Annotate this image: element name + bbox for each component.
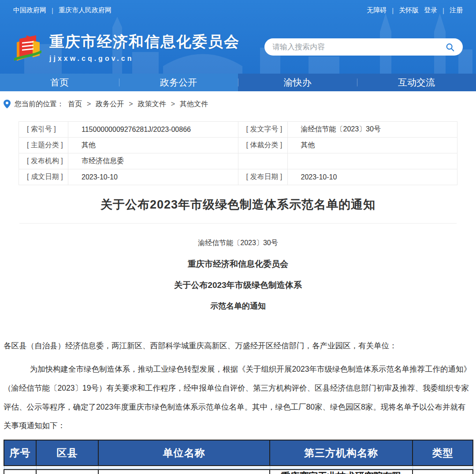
cell-type: 绿色工厂 <box>413 470 473 474</box>
meta-value-doc-no: 渝经信节能〔2023〕30号 <box>287 122 457 138</box>
link-login[interactable]: 登录 <box>424 6 437 15</box>
site-name: 重庆市经济和信息化委员会 <box>49 32 240 52</box>
table-header-row: 序号 区县 单位名称 第三方机构名称 类型 <box>4 440 473 466</box>
nav-tab-government-affairs[interactable]: 政务公开 <box>119 74 238 91</box>
col-header-type: 类型 <box>413 440 473 466</box>
topbar-right-links: 无障碍 | 关怀版 登录 | 注册 <box>367 6 463 15</box>
topbar-left-links: 中国政府网 | 重庆市人民政府网 <box>13 6 112 15</box>
meta-row: [ 发布机构 ] 市经济信息委 <box>19 153 457 169</box>
table-spacer-row <box>4 466 473 470</box>
breadcrumb-government-affairs[interactable]: 政务公开 <box>96 100 124 109</box>
doc-subtitle-line-2: 示范名单的通知 <box>0 301 476 311</box>
col-header-unit-name: 单位名称 <box>98 440 270 466</box>
link-register[interactable]: 注册 <box>450 6 463 15</box>
topbar-separator: | <box>392 7 394 14</box>
cell-serial: 41 <box>4 470 36 474</box>
nav-tab-home[interactable]: 首页 <box>0 74 119 91</box>
breadcrumb-separator: > <box>87 100 91 108</box>
table-row: 41 江津区 重庆智展齿轮传动有限公司 重庆赛宝工业技术研究院有限公司 绿色工厂 <box>4 470 473 474</box>
cell-unit-name: 重庆智展齿轮传动有限公司 <box>98 470 270 474</box>
site-header: 中国政府网 | 重庆市人民政府网 无障碍 | 关怀版 登录 | 注册 <box>0 0 476 91</box>
doc-subtitle-line-1: 关于公布2023年市级绿色制造体系 <box>0 280 476 291</box>
location-pin-icon <box>4 100 11 108</box>
government-building-logo-icon <box>13 34 42 61</box>
breadcrumb-prefix: 您当前的位置： <box>15 100 64 109</box>
breadcrumb: 您当前的位置： 首页 > 政务公开 > 政策文件 > 其他文件 <box>4 97 476 111</box>
paragraph-main: 为加快构建全市绿色制造体系，推动工业绿色转型发展，根据《关于组织开展2023年市… <box>4 360 472 436</box>
meta-row: [ 成文日期 ] 2023-10-10 [ 发布日期 ] 2023-10-10 <box>19 169 457 185</box>
header-main: 重庆市经济和信息化委员会 jjxxw.cq.gov.cn <box>0 20 476 74</box>
breadcrumb-policy-files[interactable]: 政策文件 <box>138 100 166 109</box>
meta-label-written-date: [ 成文日期 ] <box>19 169 68 185</box>
search-input[interactable] <box>272 43 445 52</box>
col-header-serial: 序号 <box>4 440 36 466</box>
breadcrumb-separator: > <box>129 100 133 108</box>
link-care-version[interactable]: 关怀版 <box>399 6 419 15</box>
col-header-third-party: 第三方机构名称 <box>270 440 413 466</box>
meta-label-doc-no: [ 发文字号 ] <box>238 122 287 138</box>
main-nav: 首页 政务公开 渝快办 互动交流 <box>0 74 476 91</box>
doc-issuer-line: 重庆市经济和信息化委员会 <box>0 258 476 270</box>
document-body: 各区县（自治县）经济信息委，两江新区、西部科学城重庆高新区、万盛经开区经信部门，… <box>4 340 472 435</box>
meta-label-topic-class: [ 主题分类 ] <box>19 138 68 153</box>
paragraph-addressees: 各区县（自治县）经济信息委，两江新区、西部科学城重庆高新区、万盛经开区经信部门，… <box>4 340 472 353</box>
link-chongqing-gov[interactable]: 重庆市人民政府网 <box>59 6 112 15</box>
cell-district: 江津区 <box>36 470 98 474</box>
topbar-separator: | <box>443 7 444 14</box>
meta-label-publish-date: [ 发布日期 ] <box>238 169 287 185</box>
site-logo[interactable]: 重庆市经济和信息化委员会 jjxxw.cq.gov.cn <box>13 32 240 63</box>
meta-label-empty <box>238 153 287 169</box>
meta-value-topic-class: 其他 <box>68 138 238 153</box>
nav-tab-interaction[interactable]: 互动交流 <box>357 74 476 91</box>
meta-label-index-no: [ 索引号 ] <box>19 122 68 138</box>
title-divider <box>19 223 457 224</box>
link-accessibility[interactable]: 无障碍 <box>367 6 387 15</box>
site-url: jjxxw.cq.gov.cn <box>49 55 240 63</box>
meta-value-index-no: 11500000009276281J/2023-00866 <box>68 122 238 138</box>
cell-third-party: 重庆赛宝工业技术研究院有限公司 <box>270 470 413 474</box>
meta-label-genre-class: [ 体裁分类 ] <box>238 138 287 153</box>
meta-label-publisher: [ 发布机构 ] <box>19 153 68 169</box>
topbar-separator: | <box>52 7 53 14</box>
site-identity: 重庆市经济和信息化委员会 jjxxw.cq.gov.cn <box>49 32 240 63</box>
nav-tab-yukuaiban[interactable]: 渝快办 <box>238 74 357 91</box>
document-meta-table: [ 索引号 ] 11500000009276281J/2023-00866 [ … <box>19 121 457 185</box>
meta-value-publish-date: 2023-10-10 <box>287 169 457 185</box>
green-factory-list-table: 序号 区县 单位名称 第三方机构名称 类型 41 江津区 重庆智展齿轮传动有限公… <box>4 440 473 474</box>
col-header-district: 区县 <box>36 440 98 466</box>
meta-value-empty <box>287 153 457 169</box>
meta-value-written-date: 2023-10-10 <box>68 169 238 185</box>
link-china-gov[interactable]: 中国政府网 <box>13 6 46 15</box>
meta-row: [ 主题分类 ] 其他 [ 体裁分类 ] 其他 <box>19 138 457 153</box>
breadcrumb-other-files[interactable]: 其他文件 <box>180 100 208 109</box>
doc-number-line: 渝经信节能〔2023〕30号 <box>0 239 476 248</box>
breadcrumb-separator: > <box>171 100 175 108</box>
breadcrumb-home[interactable]: 首页 <box>68 100 82 109</box>
meta-value-publisher: 市经济信息委 <box>68 153 238 169</box>
meta-value-genre-class: 其他 <box>287 138 457 153</box>
topbar: 中国政府网 | 重庆市人民政府网 无障碍 | 关怀版 登录 | 注册 <box>0 0 476 20</box>
page-title: 关于公布2023年市级绿色制造体系示范名单的通知 <box>0 197 476 213</box>
search-icon[interactable] <box>445 42 455 52</box>
meta-row: [ 索引号 ] 11500000009276281J/2023-00866 [ … <box>19 122 457 138</box>
search-box[interactable] <box>264 38 463 56</box>
